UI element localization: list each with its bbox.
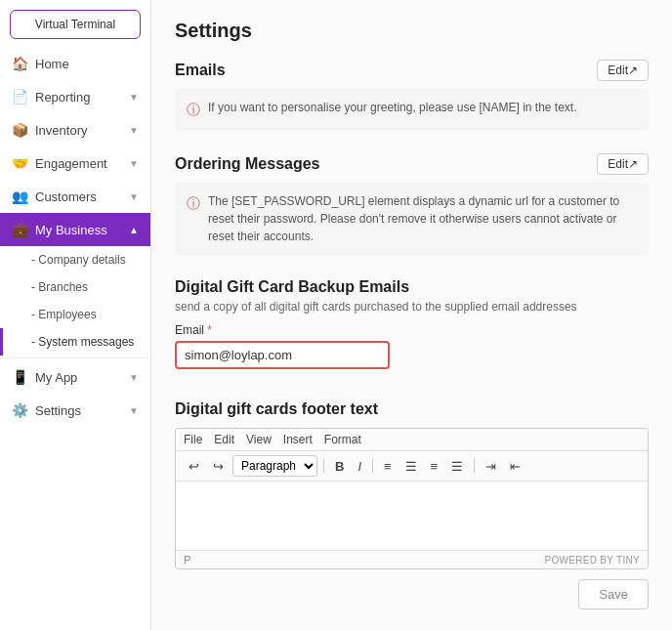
digital-gift-card-subtitle: send a copy of all digital gift cards pu… <box>175 300 649 314</box>
save-button[interactable]: Save <box>578 579 649 609</box>
digital-gift-card-section: Digital Gift Card Backup Emails send a c… <box>175 278 649 377</box>
editor-toolbar-top: File Edit View Insert Format <box>176 429 648 451</box>
main-content: Settings Emails Edit↗ ⓘ If you want to p… <box>151 0 672 630</box>
ordering-messages-header: Ordering Messages Edit↗ <box>175 153 649 175</box>
sidebar-item-home-label: Home <box>35 57 69 71</box>
home-icon: 🏠 <box>12 56 27 71</box>
ordering-messages-section: Ordering Messages Edit↗ ⓘ The [SET_PASSW… <box>175 153 649 255</box>
sidebar-sub-branches[interactable]: - Branches <box>0 273 150 301</box>
toolbar-indent-button[interactable]: ⇥ <box>481 456 501 477</box>
emails-info-box: ⓘ If you want to personalise your greeti… <box>175 89 649 130</box>
virtual-terminal-button[interactable]: Virtual Terminal <box>10 10 141 39</box>
settings-chevron-icon: ▼ <box>129 405 139 416</box>
toolbar-justify-button[interactable]: ☰ <box>446 456 468 477</box>
sidebar-sub-company-details[interactable]: - Company details <box>0 246 150 273</box>
page-title: Settings <box>175 20 649 42</box>
sidebar-item-my-business[interactable]: 💼 My Business ▲ <box>0 213 150 246</box>
toolbar-align-left-button[interactable]: ≡ <box>379 456 397 477</box>
ordering-messages-info-text: The [SET_PASSWORD_URL] element displays … <box>208 192 637 245</box>
customers-chevron-icon: ▼ <box>129 191 139 202</box>
emails-section: Emails Edit↗ ⓘ If you want to personalis… <box>175 60 649 130</box>
ordering-messages-edit-button[interactable]: Edit↗ <box>597 153 649 175</box>
footer-text-section: Digital gift cards footer text File Edit… <box>175 400 649 569</box>
my-app-chevron-icon: ▼ <box>129 372 139 383</box>
editor-footer-tag: P <box>184 554 190 566</box>
sidebar-sub-employees[interactable]: - Employees <box>0 301 150 328</box>
powered-by-label: POWERED BY TINY <box>545 555 640 566</box>
digital-gift-card-title: Digital Gift Card Backup Emails <box>175 278 649 296</box>
inventory-icon: 📦 <box>12 122 27 138</box>
sidebar-item-settings-label: Settings <box>35 403 81 418</box>
sidebar-item-inventory[interactable]: 📦 Inventory ▼ <box>0 113 150 147</box>
toolbar-separator <box>323 459 324 473</box>
engagement-chevron-icon: ▼ <box>129 158 139 169</box>
my-app-icon: 📱 <box>12 369 27 385</box>
sidebar-sub-system-messages[interactable]: - System messages <box>0 328 150 356</box>
paragraph-select[interactable]: Paragraph <box>232 455 317 477</box>
sidebar-item-settings[interactable]: ⚙️ Settings ▼ <box>0 394 150 427</box>
email-input[interactable] <box>185 348 380 362</box>
toolbar-redo-button[interactable]: ↪ <box>208 456 229 477</box>
ordering-messages-info-box: ⓘ The [SET_PASSWORD_URL] element display… <box>175 183 649 255</box>
sidebar-divider <box>0 357 150 358</box>
emails-info-icon: ⓘ <box>187 100 200 120</box>
toolbar-italic-button[interactable]: I <box>353 456 366 477</box>
settings-icon: ⚙️ <box>12 402 27 418</box>
editor-toolbar-row: ↩ ↪ Paragraph B I ≡ ☰ ≡ ☰ ⇥ ⇤ <box>176 451 648 482</box>
customers-icon: 👥 <box>12 189 27 204</box>
toolbar-menu-format[interactable]: Format <box>324 433 361 446</box>
toolbar-separator3 <box>474 459 475 473</box>
emails-section-title: Emails <box>175 62 226 79</box>
toolbar-align-right-button[interactable]: ≡ <box>426 456 443 477</box>
editor-box: File Edit View Insert Format ↩ ↪ Paragra… <box>175 428 649 569</box>
footer-text-title: Digital gift cards footer text <box>175 400 649 418</box>
editor-footer: P POWERED BY TINY <box>176 550 648 568</box>
sidebar-item-my-app-label: My App <box>35 370 77 385</box>
emails-info-text: If you want to personalise your greeting… <box>208 99 577 116</box>
toolbar-separator2 <box>372 459 373 473</box>
emails-edit-button[interactable]: Edit↗ <box>597 60 649 81</box>
toolbar-menu-insert[interactable]: Insert <box>283 433 313 446</box>
sidebar-item-home[interactable]: 🏠 Home <box>0 47 150 80</box>
sidebar-item-reporting-label: Reporting <box>35 90 90 105</box>
engagement-icon: 🤝 <box>12 155 27 171</box>
sidebar-item-customers-label: Customers <box>35 189 97 204</box>
reporting-icon: 📄 <box>12 89 27 105</box>
ordering-messages-title: Ordering Messages <box>175 155 320 173</box>
reporting-chevron-icon: ▼ <box>129 92 139 103</box>
save-row: Save <box>175 579 649 609</box>
sidebar-item-reporting[interactable]: 📄 Reporting ▼ <box>0 80 150 113</box>
ordering-messages-info-icon: ⓘ <box>187 193 200 214</box>
toolbar-outdent-button[interactable]: ⇤ <box>505 456 525 477</box>
toolbar-align-center-button[interactable]: ☰ <box>400 456 422 477</box>
email-input-wrapper <box>175 341 390 369</box>
sidebar-item-engagement-label: Engagement <box>35 156 107 171</box>
my-business-icon: 💼 <box>12 222 27 237</box>
toolbar-menu-edit[interactable]: Edit <box>214 433 234 446</box>
toolbar-menu-view[interactable]: View <box>246 433 272 446</box>
editor-body[interactable] <box>176 482 648 550</box>
sidebar-item-inventory-label: Inventory <box>35 123 87 138</box>
toolbar-bold-button[interactable]: B <box>330 456 349 477</box>
my-business-submenu: - Company details - Branches - Employees… <box>0 246 150 356</box>
sidebar-item-my-business-label: My Business <box>35 223 107 237</box>
emails-section-header: Emails Edit↗ <box>175 60 649 81</box>
inventory-chevron-icon: ▼ <box>129 125 139 136</box>
sidebar: Virtual Terminal 🏠 Home 📄 Reporting ▼ 📦 … <box>0 0 151 630</box>
my-business-chevron-icon: ▲ <box>129 225 139 235</box>
toolbar-undo-button[interactable]: ↩ <box>184 456 204 477</box>
sidebar-item-my-app[interactable]: 📱 My App ▼ <box>0 360 150 394</box>
email-field-label: Email * <box>175 323 649 337</box>
required-marker: * <box>207 323 212 337</box>
sidebar-item-customers[interactable]: 👥 Customers ▼ <box>0 180 150 213</box>
sidebar-item-engagement[interactable]: 🤝 Engagement ▼ <box>0 147 150 180</box>
toolbar-menu-file[interactable]: File <box>184 433 202 446</box>
